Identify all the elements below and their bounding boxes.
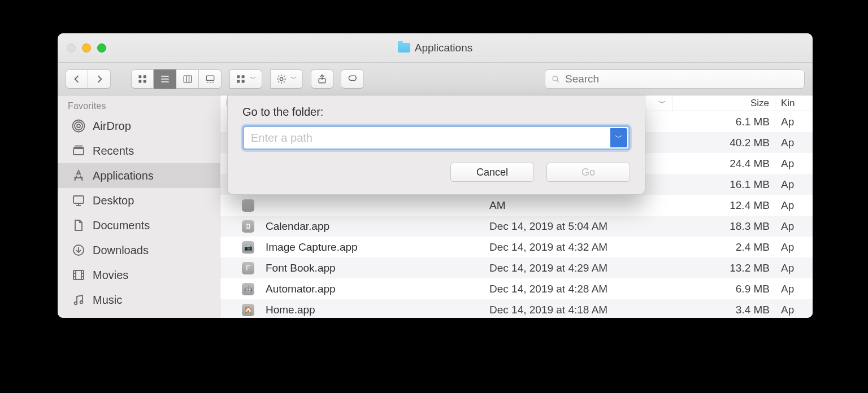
file-kind: Ap [775,220,813,233]
svg-rect-14 [237,75,240,78]
file-size: 3.4 MB [672,304,775,316]
file-size: 18.3 MB [672,220,775,233]
sidebar-item-label: Desktop [93,194,134,207]
icon-view-button[interactable] [131,69,154,89]
list-view-button[interactable] [154,69,176,89]
svg-rect-3 [144,80,146,82]
action-button-group: ﹀ [270,69,303,89]
columns-icon [182,73,193,85]
file-date: Dec 14, 2019 at 5:04 AM [484,220,672,233]
grid-icon [137,73,148,85]
search-field[interactable] [545,69,805,89]
documents-icon [71,218,86,233]
svg-rect-39 [73,196,84,203]
go-button[interactable]: Go [546,163,630,182]
file-size: 12.4 MB [672,199,775,212]
go-to-folder-field[interactable]: ﹀ [242,125,630,150]
search-input[interactable] [565,73,798,85]
app-icon: 🤖 [220,283,260,295]
sidebar-item-downloads[interactable]: Downloads [58,238,220,263]
file-row[interactable]: 🗓Calendar.appDec 14, 2019 at 5:04 AM18.3… [220,216,813,237]
applications-icon [71,168,86,183]
svg-line-26 [284,76,285,77]
sidebar-item-documents[interactable]: Documents [58,213,220,238]
file-row[interactable]: 📷Image Capture.appDec 14, 2019 at 4:32 A… [220,237,813,257]
sidebar-item-label: AirDrop [93,120,131,133]
folder-icon [398,43,410,53]
app-icon: 📷 [220,241,260,254]
close-window-button[interactable] [67,43,76,53]
column-header-kind[interactable]: Kin [775,95,813,111]
file-row[interactable]: FFont Book.appDec 14, 2019 at 4:29 AM13.… [220,257,813,278]
go-to-folder-label: Go to the folder: [242,106,630,119]
list-icon [159,73,171,85]
column-header-size[interactable]: Size [672,95,775,111]
movies-icon [71,268,86,282]
column-view-button[interactable] [176,69,199,89]
share-button[interactable] [311,69,333,89]
sidebar-item-music[interactable]: Music [58,287,220,312]
file-kind: Ap [775,241,813,254]
desktop-icon [71,193,86,208]
go-to-folder-input[interactable] [244,127,628,149]
forward-button[interactable] [88,69,111,89]
sidebar-item-label: Recents [93,145,134,158]
sidebar-item-label: Applications [93,169,154,182]
tags-button[interactable] [341,69,364,89]
gallery-icon [205,73,216,85]
file-name: Calendar.app [260,220,484,233]
file-kind: Ap [775,283,813,295]
file-date: Dec 14, 2019 at 4:29 AM [484,262,672,274]
cancel-button[interactable]: Cancel [450,163,534,182]
sidebar-item-applications[interactable]: Applications [58,163,220,188]
zoom-window-button[interactable] [97,43,106,53]
finder-window: Applications [58,33,813,318]
svg-point-28 [553,76,557,80]
window-title: Applications [415,42,472,54]
svg-line-25 [278,81,279,82]
file-size: 16.1 MB [672,178,775,191]
sidebar-item-airdrop[interactable]: AirDrop [58,113,220,138]
svg-point-31 [75,122,83,130]
sidebar-section-label: Favorites [58,100,220,113]
svg-rect-17 [242,80,245,82]
minimize-window-button[interactable] [82,43,91,53]
svg-rect-7 [184,76,191,82]
recents-icon [71,143,86,158]
file-size: 40.2 MB [672,137,775,149]
gallery-view-button[interactable] [199,69,222,89]
svg-point-50 [75,302,77,305]
chevron-down-icon: ﹀ [290,74,297,84]
action-menu-button[interactable]: ﹀ [270,69,303,89]
group-by-button[interactable]: ﹀ [229,69,262,89]
gear-icon [276,73,287,85]
back-button[interactable] [66,69,88,89]
file-name: Automator.app [260,283,484,295]
grid-icon [235,73,246,85]
file-date: Dec 14, 2019 at 4:18 AM [484,304,672,316]
path-history-dropdown[interactable]: ﹀ [610,128,627,147]
svg-rect-15 [242,75,245,78]
traffic-lights [67,43,106,53]
chevron-left-icon [71,73,83,85]
app-icon: 🏠 [220,304,260,316]
svg-rect-10 [206,76,214,80]
sidebar: Favorites AirDrop Recents Applications D… [58,95,220,318]
file-row[interactable]: 🏠Home.appDec 14, 2019 at 4:18 AM3.4 MBAp [220,299,813,318]
sidebar-item-desktop[interactable]: Desktop [58,188,220,213]
sidebar-item-label: Documents [93,219,150,232]
svg-line-24 [284,81,285,82]
music-icon [71,292,86,307]
sidebar-item-recents[interactable]: Recents [58,138,220,163]
file-kind: Ap [775,262,813,274]
svg-point-18 [280,77,283,80]
file-name: Home.app [260,304,484,316]
file-row[interactable]: 🤖Automator.appDec 14, 2019 at 4:28 AM6.9… [220,278,813,299]
sidebar-item-movies[interactable]: Movies [58,263,220,287]
file-row[interactable]: AM12.4 MBAp [220,195,813,216]
app-icon: F [220,262,260,274]
sidebar-item-label: Music [93,294,122,307]
svg-rect-2 [138,80,141,82]
sidebar-item-label: Downloads [93,244,149,257]
sidebar-item-label: Movies [93,269,128,282]
